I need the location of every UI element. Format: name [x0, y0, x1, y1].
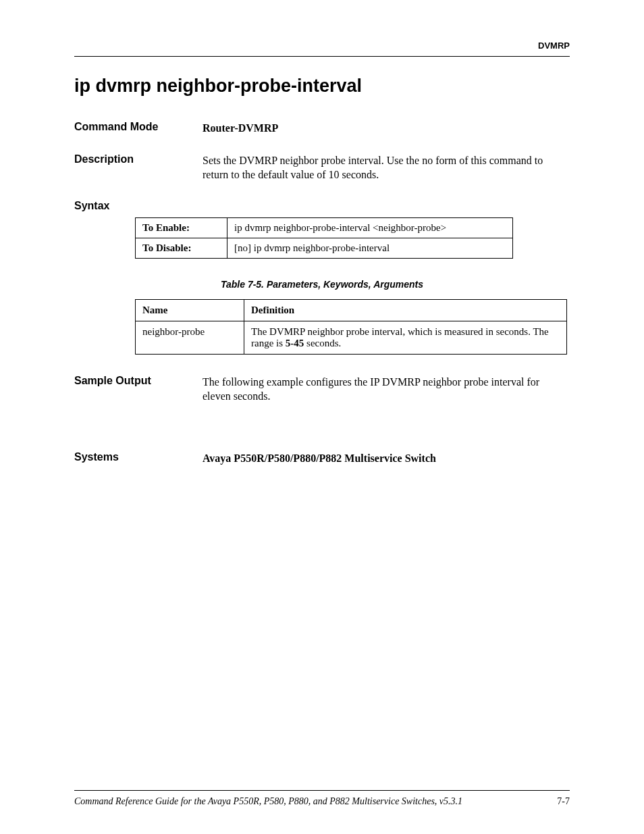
- syntax-row-value: [no] ip dvmrp neighbor-probe-interval: [227, 238, 513, 258]
- syntax-row-value: ip dvmrp neighbor-probe-interval <neighb…: [227, 217, 513, 238]
- command-mode-row: Command Mode Router-DVMRP: [74, 121, 570, 136]
- sample-output-label: Sample Output: [74, 375, 203, 387]
- definition-range: 5-45: [286, 338, 304, 348]
- description-label: Description: [74, 153, 203, 165]
- page-footer: Command Reference Guide for the Avaya P5…: [74, 790, 570, 807]
- sample-output-value: The following example configures the IP …: [203, 375, 570, 404]
- table-caption: Table 7-5. Parameters, Keywords, Argumen…: [74, 279, 570, 290]
- sample-output-row: Sample Output The following example conf…: [74, 375, 570, 404]
- command-mode-label: Command Mode: [74, 121, 203, 133]
- syntax-row-label: To Disable:: [136, 238, 227, 258]
- command-mode-value: Router-DVMRP: [203, 121, 570, 136]
- description-value: Sets the DVMRP neighbor probe interval. …: [203, 153, 570, 182]
- systems-row: Systems Avaya P550R/P580/P880/P882 Multi…: [74, 451, 570, 466]
- col-header-definition: Definition: [244, 299, 567, 321]
- top-rule: [74, 56, 570, 57]
- header-section-label: DVMRP: [74, 41, 570, 51]
- definition-suffix: seconds.: [304, 338, 341, 348]
- footer-text: Command Reference Guide for the Avaya P5…: [74, 796, 462, 807]
- table-row: neighbor-probe The DVMRP neighbor probe …: [136, 321, 567, 354]
- table-row: To Disable: [no] ip dvmrp neighbor-probe…: [136, 238, 513, 258]
- param-name: neighbor-probe: [136, 321, 244, 354]
- param-definition: The DVMRP neighbor probe interval, which…: [244, 321, 567, 354]
- syntax-row: Syntax: [74, 200, 570, 212]
- bottom-rule: [74, 790, 570, 791]
- systems-value: Avaya P550R/P580/P880/P882 Multiservice …: [203, 451, 570, 466]
- description-row: Description Sets the DVMRP neighbor prob…: [74, 153, 570, 182]
- syntax-label: Syntax: [74, 200, 203, 212]
- syntax-row-label: To Enable:: [136, 217, 227, 238]
- syntax-table: To Enable: ip dvmrp neighbor-probe-inter…: [135, 217, 513, 259]
- table-row: To Enable: ip dvmrp neighbor-probe-inter…: [136, 217, 513, 238]
- systems-label: Systems: [74, 451, 203, 463]
- table-header-row: Name Definition: [136, 299, 567, 321]
- page-title: ip dvmrp neighbor-probe-interval: [74, 76, 570, 97]
- params-table: Name Definition neighbor-probe The DVMRP…: [135, 299, 567, 355]
- footer-page-number: 7-7: [557, 796, 570, 807]
- col-header-name: Name: [136, 299, 244, 321]
